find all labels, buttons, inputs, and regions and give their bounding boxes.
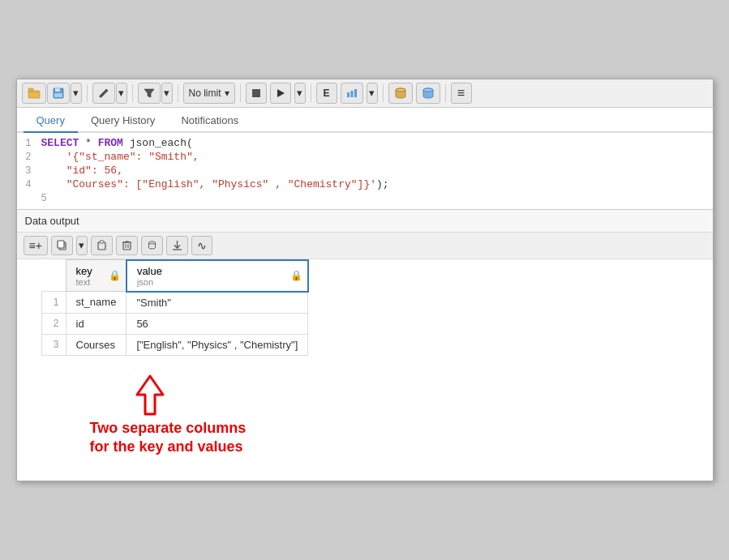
chart-button[interactable] [341, 83, 363, 104]
svg-rect-1 [28, 88, 33, 91]
line-num-2: 2 [17, 152, 41, 163]
line-num-3: 3 [17, 165, 41, 177]
sep5 [311, 84, 311, 102]
data-output-title: Data output [25, 215, 79, 227]
editor-line-4: 4 "Courses": ["English", "Physics" , "Ch… [17, 177, 713, 191]
copy-button[interactable] [51, 236, 73, 255]
editor-tabs: Query Query History Notifications [17, 108, 713, 133]
tab-query-history[interactable]: Query History [78, 108, 168, 133]
arrow-icon [131, 372, 688, 419]
menu-button[interactable]: ≡ [451, 83, 472, 104]
import-button[interactable] [141, 236, 163, 255]
col-value-name: value [137, 265, 162, 277]
data-table: key text 🔒 value json 🔒 1 st_name "Smith… [41, 259, 309, 356]
data-toolbar: ≡+ ▾ [17, 233, 713, 259]
save-chevron-button[interactable]: ▾ [71, 83, 82, 104]
main-toolbar: ▾ ▾ ▾ No limit ▾ [17, 79, 713, 108]
save-button[interactable] [47, 83, 70, 104]
tab-history-label: Query History [91, 114, 155, 126]
annotation-line1: Two separate columns [90, 420, 247, 436]
toolbar-edit-group: ▾ [92, 83, 127, 104]
svg-rect-18 [123, 242, 131, 250]
line-content-1: SELECT * FROM json_each( [41, 137, 713, 149]
sep1 [87, 84, 88, 102]
row-3-value: ["English", "Physics" , "Chemistry"] [127, 334, 308, 355]
explain-button[interactable]: E [316, 83, 337, 104]
line-content-4: "Courses": ["English", "Physics" , "Chem… [41, 178, 713, 190]
row-1-num: 1 [41, 292, 66, 314]
toolbar-filter-group: ▾ [138, 83, 173, 104]
data-table-wrapper: key text 🔒 value json 🔒 1 st_name "Smith… [17, 259, 713, 356]
db1-button[interactable] [388, 83, 413, 104]
svg-point-22 [148, 242, 155, 244]
delete-button[interactable] [116, 236, 138, 255]
filter-button[interactable] [138, 83, 161, 104]
svg-rect-4 [54, 93, 62, 97]
table-row: 1 st_name "Smith" [41, 292, 308, 314]
row-2-key: id [66, 313, 127, 334]
header-rownum [41, 260, 66, 292]
col-key-lock-icon: 🔒 [109, 270, 121, 281]
row-3-key: Courses [66, 334, 127, 355]
limit-label: No limit [189, 88, 221, 99]
sep2 [132, 84, 133, 102]
copy-chevron-button[interactable]: ▾ [76, 236, 88, 255]
chart-chevron-button[interactable]: ▾ [367, 83, 378, 104]
download-button[interactable] [166, 236, 188, 255]
pencil-button[interactable] [92, 83, 115, 104]
sql-editor[interactable]: 1 SELECT * FROM json_each( 2 '{"st_name"… [17, 133, 713, 210]
db2-button[interactable] [416, 83, 440, 104]
svg-rect-15 [58, 241, 64, 248]
svg-marker-6 [277, 89, 285, 97]
paste-button[interactable] [91, 236, 113, 255]
table-row: 3 Courses ["English", "Physics" , "Chemi… [41, 334, 308, 355]
col-key-name: key [76, 265, 92, 277]
col-value-lock-icon: 🔒 [290, 270, 302, 281]
row-2-num: 2 [41, 313, 66, 334]
sep6 [383, 84, 384, 102]
run-button[interactable] [270, 83, 291, 104]
annotation-area: Two separate columns for the key and val… [17, 356, 713, 481]
tab-notifications-label: Notifications [181, 114, 238, 126]
toolbar-file-group: ▾ [22, 83, 82, 104]
tab-query[interactable]: Query [24, 108, 78, 133]
editor-line-2: 2 '{"st_name": "Smith", [17, 150, 713, 164]
svg-rect-9 [354, 89, 357, 97]
limit-dropdown[interactable]: No limit ▾ [183, 83, 235, 104]
editor-line-1: 1 SELECT * FROM json_each( [17, 136, 713, 150]
sep3 [178, 84, 178, 102]
add-row-button[interactable]: ≡+ [24, 236, 48, 255]
line-content-3: "id": 56, [41, 165, 713, 177]
line-num-4: 4 [17, 179, 41, 190]
tab-query-label: Query [36, 114, 65, 126]
limit-chevron-icon: ▾ [225, 88, 229, 99]
row-3-num: 3 [41, 334, 66, 355]
graph-button[interactable]: ∿ [191, 236, 212, 255]
col-value-type: json [137, 277, 298, 287]
annotation-line2: for the key and values [90, 438, 243, 455]
row-1-value: "Smith" [127, 292, 308, 314]
svg-rect-5 [252, 89, 260, 97]
row-2-value: 56 [127, 313, 308, 334]
table-row: 2 id 56 [41, 313, 308, 334]
col-header-value[interactable]: value json 🔒 [127, 260, 308, 292]
open-folder-button[interactable] [22, 83, 46, 104]
pencil-chevron-button[interactable]: ▾ [116, 83, 127, 104]
svg-rect-3 [55, 88, 60, 92]
svg-rect-8 [350, 91, 353, 97]
tab-notifications[interactable]: Notifications [168, 108, 251, 133]
stop-button[interactable] [246, 83, 267, 104]
editor-line-3: 3 "id": 56, [17, 164, 713, 177]
row-1-key: st_name [66, 292, 127, 314]
annotation-text: Two separate columns for the key and val… [90, 419, 688, 457]
sep7 [445, 84, 446, 102]
data-output-header: Data output [17, 210, 713, 233]
line-num-1: 1 [17, 138, 41, 149]
svg-point-13 [423, 88, 433, 92]
col-header-key[interactable]: key text 🔒 [66, 260, 127, 292]
svg-rect-7 [347, 92, 349, 97]
svg-marker-25 [137, 376, 163, 414]
svg-point-11 [396, 88, 405, 92]
run-chevron-button[interactable]: ▾ [294, 83, 306, 104]
filter-chevron-button[interactable]: ▾ [161, 83, 173, 104]
